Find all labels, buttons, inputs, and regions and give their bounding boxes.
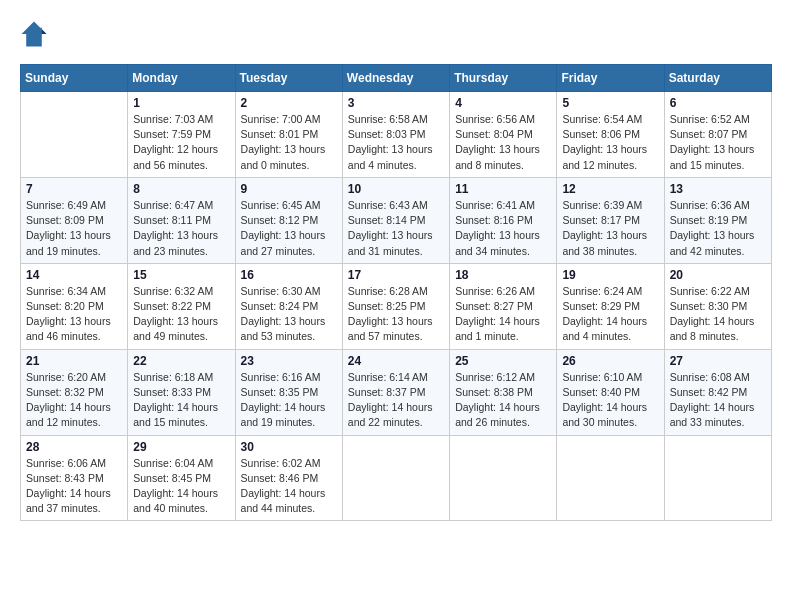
day-info: Sunrise: 6:49 AM Sunset: 8:09 PM Dayligh… bbox=[26, 198, 122, 259]
calendar-cell: 17Sunrise: 6:28 AM Sunset: 8:25 PM Dayli… bbox=[342, 263, 449, 349]
day-number: 30 bbox=[241, 440, 337, 454]
calendar-cell bbox=[21, 92, 128, 178]
day-info: Sunrise: 6:34 AM Sunset: 8:20 PM Dayligh… bbox=[26, 284, 122, 345]
day-info: Sunrise: 6:54 AM Sunset: 8:06 PM Dayligh… bbox=[562, 112, 658, 173]
calendar-cell: 9Sunrise: 6:45 AM Sunset: 8:12 PM Daylig… bbox=[235, 177, 342, 263]
weekday-header-wednesday: Wednesday bbox=[342, 65, 449, 92]
day-number: 27 bbox=[670, 354, 766, 368]
calendar-cell: 30Sunrise: 6:02 AM Sunset: 8:46 PM Dayli… bbox=[235, 435, 342, 521]
calendar-cell: 2Sunrise: 7:00 AM Sunset: 8:01 PM Daylig… bbox=[235, 92, 342, 178]
calendar-cell: 20Sunrise: 6:22 AM Sunset: 8:30 PM Dayli… bbox=[664, 263, 771, 349]
day-info: Sunrise: 6:43 AM Sunset: 8:14 PM Dayligh… bbox=[348, 198, 444, 259]
day-info: Sunrise: 6:39 AM Sunset: 8:17 PM Dayligh… bbox=[562, 198, 658, 259]
calendar-cell: 19Sunrise: 6:24 AM Sunset: 8:29 PM Dayli… bbox=[557, 263, 664, 349]
day-number: 20 bbox=[670, 268, 766, 282]
day-info: Sunrise: 6:12 AM Sunset: 8:38 PM Dayligh… bbox=[455, 370, 551, 431]
day-info: Sunrise: 6:02 AM Sunset: 8:46 PM Dayligh… bbox=[241, 456, 337, 517]
calendar-cell: 24Sunrise: 6:14 AM Sunset: 8:37 PM Dayli… bbox=[342, 349, 449, 435]
day-info: Sunrise: 6:10 AM Sunset: 8:40 PM Dayligh… bbox=[562, 370, 658, 431]
day-info: Sunrise: 6:24 AM Sunset: 8:29 PM Dayligh… bbox=[562, 284, 658, 345]
day-info: Sunrise: 6:16 AM Sunset: 8:35 PM Dayligh… bbox=[241, 370, 337, 431]
day-number: 10 bbox=[348, 182, 444, 196]
weekday-header-thursday: Thursday bbox=[450, 65, 557, 92]
calendar-cell: 21Sunrise: 6:20 AM Sunset: 8:32 PM Dayli… bbox=[21, 349, 128, 435]
day-number: 15 bbox=[133, 268, 229, 282]
calendar-week-row: 1Sunrise: 7:03 AM Sunset: 7:59 PM Daylig… bbox=[21, 92, 772, 178]
calendar-cell: 28Sunrise: 6:06 AM Sunset: 8:43 PM Dayli… bbox=[21, 435, 128, 521]
day-number: 19 bbox=[562, 268, 658, 282]
calendar-cell: 11Sunrise: 6:41 AM Sunset: 8:16 PM Dayli… bbox=[450, 177, 557, 263]
calendar-week-row: 14Sunrise: 6:34 AM Sunset: 8:20 PM Dayli… bbox=[21, 263, 772, 349]
day-number: 29 bbox=[133, 440, 229, 454]
day-info: Sunrise: 6:36 AM Sunset: 8:19 PM Dayligh… bbox=[670, 198, 766, 259]
day-info: Sunrise: 6:08 AM Sunset: 8:42 PM Dayligh… bbox=[670, 370, 766, 431]
day-number: 1 bbox=[133, 96, 229, 110]
calendar-cell: 26Sunrise: 6:10 AM Sunset: 8:40 PM Dayli… bbox=[557, 349, 664, 435]
day-number: 4 bbox=[455, 96, 551, 110]
day-info: Sunrise: 6:58 AM Sunset: 8:03 PM Dayligh… bbox=[348, 112, 444, 173]
calendar-cell: 7Sunrise: 6:49 AM Sunset: 8:09 PM Daylig… bbox=[21, 177, 128, 263]
calendar-cell: 13Sunrise: 6:36 AM Sunset: 8:19 PM Dayli… bbox=[664, 177, 771, 263]
weekday-header-sunday: Sunday bbox=[21, 65, 128, 92]
calendar-cell: 3Sunrise: 6:58 AM Sunset: 8:03 PM Daylig… bbox=[342, 92, 449, 178]
day-number: 16 bbox=[241, 268, 337, 282]
day-number: 9 bbox=[241, 182, 337, 196]
day-info: Sunrise: 6:14 AM Sunset: 8:37 PM Dayligh… bbox=[348, 370, 444, 431]
day-info: Sunrise: 6:04 AM Sunset: 8:45 PM Dayligh… bbox=[133, 456, 229, 517]
day-info: Sunrise: 7:00 AM Sunset: 8:01 PM Dayligh… bbox=[241, 112, 337, 173]
day-number: 3 bbox=[348, 96, 444, 110]
day-info: Sunrise: 6:32 AM Sunset: 8:22 PM Dayligh… bbox=[133, 284, 229, 345]
calendar-table: SundayMondayTuesdayWednesdayThursdayFrid… bbox=[20, 64, 772, 521]
calendar-cell bbox=[664, 435, 771, 521]
calendar-cell: 12Sunrise: 6:39 AM Sunset: 8:17 PM Dayli… bbox=[557, 177, 664, 263]
day-info: Sunrise: 6:45 AM Sunset: 8:12 PM Dayligh… bbox=[241, 198, 337, 259]
day-info: Sunrise: 6:41 AM Sunset: 8:16 PM Dayligh… bbox=[455, 198, 551, 259]
day-number: 11 bbox=[455, 182, 551, 196]
calendar-cell: 6Sunrise: 6:52 AM Sunset: 8:07 PM Daylig… bbox=[664, 92, 771, 178]
day-info: Sunrise: 6:28 AM Sunset: 8:25 PM Dayligh… bbox=[348, 284, 444, 345]
day-number: 2 bbox=[241, 96, 337, 110]
calendar-cell: 16Sunrise: 6:30 AM Sunset: 8:24 PM Dayli… bbox=[235, 263, 342, 349]
weekday-header-saturday: Saturday bbox=[664, 65, 771, 92]
calendar-cell: 29Sunrise: 6:04 AM Sunset: 8:45 PM Dayli… bbox=[128, 435, 235, 521]
day-number: 13 bbox=[670, 182, 766, 196]
day-info: Sunrise: 6:06 AM Sunset: 8:43 PM Dayligh… bbox=[26, 456, 122, 517]
day-info: Sunrise: 6:18 AM Sunset: 8:33 PM Dayligh… bbox=[133, 370, 229, 431]
day-info: Sunrise: 6:22 AM Sunset: 8:30 PM Dayligh… bbox=[670, 284, 766, 345]
weekday-header-tuesday: Tuesday bbox=[235, 65, 342, 92]
day-info: Sunrise: 6:20 AM Sunset: 8:32 PM Dayligh… bbox=[26, 370, 122, 431]
calendar-cell: 1Sunrise: 7:03 AM Sunset: 7:59 PM Daylig… bbox=[128, 92, 235, 178]
day-info: Sunrise: 6:26 AM Sunset: 8:27 PM Dayligh… bbox=[455, 284, 551, 345]
logo bbox=[20, 20, 52, 48]
calendar-cell bbox=[557, 435, 664, 521]
calendar-cell: 8Sunrise: 6:47 AM Sunset: 8:11 PM Daylig… bbox=[128, 177, 235, 263]
calendar-cell: 25Sunrise: 6:12 AM Sunset: 8:38 PM Dayli… bbox=[450, 349, 557, 435]
day-info: Sunrise: 6:47 AM Sunset: 8:11 PM Dayligh… bbox=[133, 198, 229, 259]
calendar-week-row: 7Sunrise: 6:49 AM Sunset: 8:09 PM Daylig… bbox=[21, 177, 772, 263]
weekday-header-monday: Monday bbox=[128, 65, 235, 92]
day-info: Sunrise: 6:56 AM Sunset: 8:04 PM Dayligh… bbox=[455, 112, 551, 173]
day-info: Sunrise: 7:03 AM Sunset: 7:59 PM Dayligh… bbox=[133, 112, 229, 173]
calendar-cell: 18Sunrise: 6:26 AM Sunset: 8:27 PM Dayli… bbox=[450, 263, 557, 349]
day-number: 24 bbox=[348, 354, 444, 368]
calendar-cell: 10Sunrise: 6:43 AM Sunset: 8:14 PM Dayli… bbox=[342, 177, 449, 263]
day-number: 5 bbox=[562, 96, 658, 110]
day-number: 6 bbox=[670, 96, 766, 110]
day-number: 23 bbox=[241, 354, 337, 368]
calendar-cell bbox=[450, 435, 557, 521]
page-header bbox=[20, 20, 772, 48]
calendar-header-row: SundayMondayTuesdayWednesdayThursdayFrid… bbox=[21, 65, 772, 92]
calendar-cell: 23Sunrise: 6:16 AM Sunset: 8:35 PM Dayli… bbox=[235, 349, 342, 435]
calendar-cell: 27Sunrise: 6:08 AM Sunset: 8:42 PM Dayli… bbox=[664, 349, 771, 435]
calendar-week-row: 28Sunrise: 6:06 AM Sunset: 8:43 PM Dayli… bbox=[21, 435, 772, 521]
day-number: 28 bbox=[26, 440, 122, 454]
day-number: 21 bbox=[26, 354, 122, 368]
day-number: 26 bbox=[562, 354, 658, 368]
day-number: 17 bbox=[348, 268, 444, 282]
day-number: 25 bbox=[455, 354, 551, 368]
calendar-week-row: 21Sunrise: 6:20 AM Sunset: 8:32 PM Dayli… bbox=[21, 349, 772, 435]
logo-icon bbox=[20, 20, 48, 48]
calendar-cell: 14Sunrise: 6:34 AM Sunset: 8:20 PM Dayli… bbox=[21, 263, 128, 349]
calendar-cell: 15Sunrise: 6:32 AM Sunset: 8:22 PM Dayli… bbox=[128, 263, 235, 349]
calendar-cell: 4Sunrise: 6:56 AM Sunset: 8:04 PM Daylig… bbox=[450, 92, 557, 178]
